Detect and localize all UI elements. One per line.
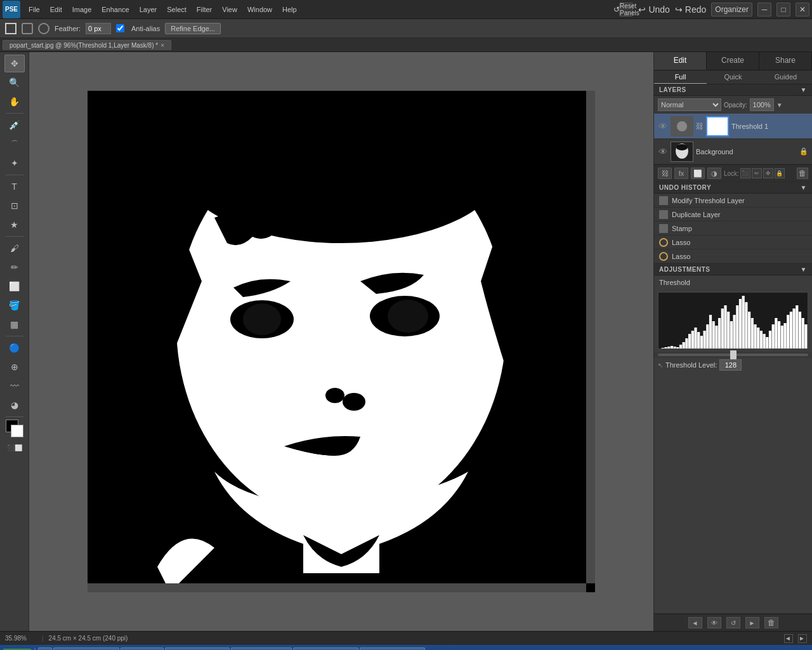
- taskbar-item-5[interactable]: 📄 *C:\Documen...: [360, 647, 425, 650]
- lock-position[interactable]: ✥: [763, 168, 773, 178]
- layer-row-threshold[interactable]: 👁 ⛓ Threshold 1: [654, 114, 812, 139]
- adjustments-panel-header[interactable]: ADJUSTMENTS ▼: [654, 264, 812, 275]
- panel-nav-eye[interactable]: 👁: [707, 617, 721, 628]
- tool-extra[interactable]: ⬛⬜: [4, 439, 25, 456]
- tool-burn[interactable]: ◕: [4, 396, 25, 414]
- taskbar-item-1[interactable]: 📁 Pop art: [121, 647, 163, 650]
- panel-nav-next[interactable]: ►: [745, 617, 759, 628]
- tool-pencil[interactable]: ✏: [4, 258, 25, 276]
- menu-layer[interactable]: Layer: [135, 4, 162, 15]
- layer-name-background[interactable]: Background: [696, 148, 797, 156]
- undo-item-4[interactable]: Lasso: [654, 249, 812, 263]
- status-scroll-left[interactable]: ◄: [784, 634, 793, 643]
- tab-guided[interactable]: Guided: [759, 70, 812, 84]
- background-color[interactable]: [11, 425, 23, 437]
- refine-edge-button[interactable]: Refine Edge...: [165, 23, 221, 34]
- feather-input[interactable]: [86, 23, 111, 34]
- menu-help[interactable]: Help: [278, 4, 301, 15]
- panel-nav-prev[interactable]: ◄: [688, 617, 702, 628]
- threshold-slider-thumb[interactable]: [730, 350, 737, 359]
- menu-enhance[interactable]: Enhance: [97, 4, 133, 15]
- undo-item-0[interactable]: Modify Threshold Layer: [654, 194, 812, 208]
- layers-panel-expand[interactable]: ▼: [801, 86, 807, 93]
- tool-hand[interactable]: ✋: [4, 93, 25, 110]
- blend-mode-select[interactable]: Normal: [658, 98, 721, 111]
- color-selector[interactable]: [6, 420, 23, 437]
- menu-file[interactable]: File: [24, 4, 44, 15]
- tab-close-button[interactable]: ×: [160, 42, 164, 49]
- layer-fx-icon[interactable]: fx: [674, 168, 688, 179]
- tool-move[interactable]: ✥: [4, 55, 25, 72]
- undo-panel-expand[interactable]: ▼: [801, 184, 807, 191]
- layer-delete-button[interactable]: 🗑: [797, 168, 808, 179]
- status-scroll-right[interactable]: ►: [798, 634, 807, 643]
- taskbar-item-4[interactable]: 🌐 CAN43 tut po...: [293, 647, 358, 650]
- selection-mode-rect[interactable]: [5, 23, 16, 34]
- reset-panels-button[interactable]: ↺ Reset Panels: [619, 3, 633, 17]
- tool-lasso[interactable]: ⌒: [4, 135, 25, 153]
- menu-edit[interactable]: Edit: [46, 4, 67, 15]
- layers-panel-header[interactable]: LAYERS ▼: [654, 84, 812, 96]
- opacity-input[interactable]: [750, 98, 774, 111]
- taskbar-pse-icon[interactable]: 🖼: [38, 647, 52, 650]
- layer-name-threshold[interactable]: Threshold 1: [731, 123, 808, 130]
- panel-nav-delete[interactable]: 🗑: [764, 617, 778, 628]
- layer-mask-icon[interactable]: ⬜: [691, 168, 705, 179]
- tool-magic-wand[interactable]: ✦: [4, 154, 25, 172]
- tool-healing[interactable]: ⊕: [4, 358, 25, 376]
- vertical-scrollbar[interactable]: [586, 91, 595, 583]
- organizer-button[interactable]: Organizer: [711, 3, 752, 17]
- taskbar-item-0[interactable]: 📁 20100905.m.....: [53, 647, 120, 650]
- menu-window[interactable]: Window: [243, 4, 277, 15]
- panel-nav-refresh[interactable]: ↺: [726, 617, 740, 628]
- layer-eye-background[interactable]: 👁: [658, 147, 668, 157]
- layer-eye-threshold[interactable]: 👁: [658, 121, 668, 131]
- undo-button[interactable]: ↩ Undo: [638, 4, 669, 15]
- lock-image[interactable]: ✏: [752, 168, 762, 178]
- undo-panel-header[interactable]: UNDO HISTORY ▼: [654, 182, 812, 194]
- tool-fill[interactable]: 🪣: [4, 296, 25, 314]
- close-button[interactable]: ✕: [796, 3, 809, 17]
- redo-button[interactable]: ↪ Redo: [675, 4, 706, 15]
- tab-create[interactable]: Create: [707, 52, 759, 70]
- tab-share[interactable]: Share: [759, 52, 812, 70]
- menu-image[interactable]: Image: [68, 4, 96, 15]
- tool-gradient[interactable]: ▦: [4, 315, 25, 333]
- undo-item-1[interactable]: Duplicate Layer: [654, 208, 812, 222]
- taskbar-item-2[interactable]: 🖼 popart_start.....: [165, 647, 230, 650]
- lock-all[interactable]: 🔒: [775, 168, 785, 178]
- tab-edit[interactable]: Edit: [654, 52, 707, 70]
- selection-mode-ellipse[interactable]: [38, 23, 49, 34]
- tool-shape[interactable]: ★: [4, 216, 25, 234]
- threshold-value-input[interactable]: [719, 359, 742, 371]
- layer-row-background[interactable]: 👁 Background 🔒: [654, 139, 812, 164]
- minimize-button[interactable]: ─: [757, 3, 771, 17]
- maximize-button[interactable]: □: [776, 3, 790, 17]
- tab-full[interactable]: Full: [654, 70, 707, 84]
- tool-clone[interactable]: 🔵: [4, 339, 25, 357]
- tool-smudge[interactable]: 〰: [4, 377, 25, 395]
- adjustments-panel-expand[interactable]: ▼: [801, 266, 807, 273]
- tool-transform[interactable]: ⊡: [4, 197, 25, 215]
- taskbar-item-3[interactable]: 💾 EOS 60D (E:): [231, 647, 292, 650]
- antialias-checkbox[interactable]: [116, 24, 124, 32]
- tool-eraser[interactable]: ⬜: [4, 277, 25, 295]
- tool-zoom[interactable]: 🔍: [4, 74, 25, 91]
- menu-filter[interactable]: Filter: [192, 4, 216, 15]
- menu-select[interactable]: Select: [162, 4, 191, 15]
- tab-quick[interactable]: Quick: [707, 70, 759, 84]
- layer-adj-icon[interactable]: ◑: [707, 168, 721, 179]
- layer-link-icon[interactable]: ⛓: [658, 168, 672, 179]
- menu-view[interactable]: View: [218, 4, 242, 15]
- selection-mode-rounded[interactable]: [22, 23, 33, 34]
- undo-item-2[interactable]: Stamp: [654, 222, 812, 235]
- tool-brush[interactable]: 🖌: [4, 239, 25, 257]
- tool-type[interactable]: T: [4, 178, 25, 196]
- lock-transparent[interactable]: ⬛: [740, 168, 750, 178]
- document-tab[interactable]: popart_start.jpg @ 96%(Threshold 1,Layer…: [3, 40, 171, 50]
- tool-eyedropper[interactable]: 💉: [4, 116, 25, 134]
- horizontal-scrollbar[interactable]: [88, 583, 586, 592]
- undo-item-3[interactable]: Lasso: [654, 235, 812, 249]
- svg-point-7: [388, 300, 428, 333]
- opacity-arrow[interactable]: ▼: [776, 102, 783, 109]
